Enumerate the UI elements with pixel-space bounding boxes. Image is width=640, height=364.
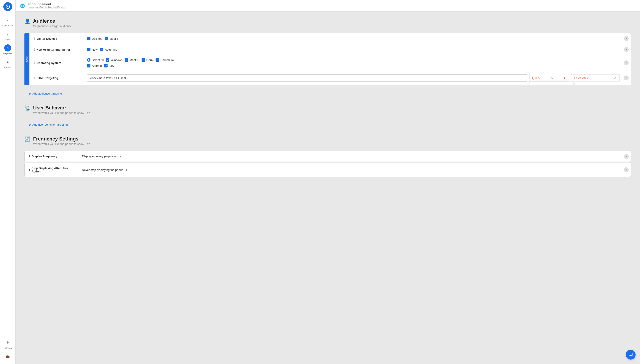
new-label: New (92, 48, 98, 51)
android-check-item[interactable]: Android (87, 64, 102, 68)
audience-rules-group: AND ℹ Visitor Devices Desktop (25, 33, 631, 85)
operating-system-close[interactable]: ✕ (624, 60, 629, 65)
stop-displaying-label-cell: ℹ Stop Displaying After User Action (25, 163, 78, 177)
add-user-behavior-label: Add user behavior targeting (32, 123, 68, 126)
dropdown-matches[interactable]: Matches (529, 84, 573, 85)
html-targeting-label: HTML Targeting (37, 76, 58, 80)
segment-icon: 3 (4, 44, 11, 52)
content-wrapper: 🌐 announcement poetic-muffin-cbc3ee.netl… (16, 0, 640, 364)
main-area: 👤 Audience Segment your target audience … (16, 12, 640, 364)
sidebar-item-settings[interactable]: ⚙ Settings (3, 337, 13, 351)
sidebar-label-segment: Segment (3, 52, 12, 55)
publish-icon: 4 (4, 58, 11, 66)
add-user-behavior-targeting[interactable]: ⊕ Add user behavior targeting (25, 120, 631, 130)
display-frequency-content: Display on every page view ▼ (78, 152, 624, 161)
macos-check-item[interactable]: MacOS (125, 58, 139, 62)
frequency-section-header: 🔄 Frequency Settings When would you like… (25, 136, 631, 146)
mobile-check-item[interactable]: Mobile (105, 37, 118, 40)
display-frequency-value: Display on every page view (82, 155, 117, 158)
stop-displaying-value: Never stop displaying the popup (82, 168, 123, 172)
windows-check-item[interactable]: Windows (106, 58, 122, 62)
and-label: AND (26, 56, 28, 62)
audience-title: Audience (33, 18, 72, 24)
frequency-header-text: Frequency Settings When would you like t… (33, 136, 90, 146)
select-all-item[interactable]: Select All (87, 58, 104, 62)
operating-system-label: Operating System (37, 61, 61, 64)
returning-checkbox[interactable] (100, 48, 103, 51)
query-label: Query (532, 76, 540, 80)
ios-check-item[interactable]: IOS (104, 64, 114, 68)
operating-system-content: Select All Windows MacOS (83, 55, 624, 70)
audience-icon: 👤 (25, 19, 31, 24)
html-targeting-input[interactable] (87, 74, 527, 82)
display-frequency-row: ℹ Display Frequency Display on every pag… (25, 151, 631, 162)
visitor-devices-content: Desktop Mobile (83, 34, 624, 44)
stop-displaying-label: Stop Displaying After User Action (32, 166, 74, 173)
linux-checkbox[interactable] (142, 58, 145, 62)
app-logo[interactable] (3, 2, 12, 11)
windows-checkbox[interactable] (106, 58, 109, 62)
new-returning-close[interactable]: ✕ (624, 47, 629, 52)
new-returning-info-icon[interactable]: ℹ (34, 48, 35, 51)
sidebar-item-briefcase[interactable]: 💼 (3, 351, 13, 362)
display-frequency-info-icon[interactable]: ℹ (29, 155, 30, 158)
android-label: Android (92, 64, 102, 68)
chromium-checkbox[interactable] (155, 58, 159, 62)
returning-check-item[interactable]: Returning (100, 48, 117, 51)
display-frequency-close[interactable]: ✕ (624, 154, 629, 159)
html-targeting-close[interactable]: ✕ (624, 76, 629, 80)
macos-checkbox[interactable] (125, 58, 128, 62)
new-check-item[interactable]: New (87, 48, 98, 51)
desktop-checkbox[interactable] (87, 37, 90, 40)
display-frequency-label-cell: ℹ Display Frequency (25, 151, 78, 162)
linux-check-item[interactable]: Linux (142, 58, 153, 62)
sidebar-item-publish[interactable]: 4 Publish (0, 56, 15, 70)
display-frequency-label: Display Frequency (32, 155, 57, 158)
chromium-label: Chromium (160, 58, 174, 62)
ios-checkbox[interactable] (104, 64, 108, 68)
new-returning-label-cell: ℹ New or Returning Visitor (30, 44, 83, 55)
stop-displaying-content: Never stop displaying the popup ▼ (78, 165, 624, 175)
topbar-info: announcement poetic-muffin-cbc3ee.netlif… (28, 2, 65, 9)
frequency-icon: 🔄 (25, 136, 31, 142)
new-checkbox[interactable] (87, 48, 90, 51)
add-audience-icon: ⊕ (29, 92, 31, 95)
chat-button[interactable] (626, 350, 635, 360)
stop-displaying-info-icon[interactable]: ℹ (29, 168, 30, 172)
linux-label: Linux (146, 58, 153, 62)
sidebar-item-customize[interactable]: ✓ Customize (0, 15, 15, 29)
user-behavior-icon: 📡 (25, 106, 31, 111)
mobile-checkbox[interactable] (105, 37, 108, 40)
display-frequency-select[interactable]: Display on every page view ▼ (82, 155, 122, 158)
query-chevron-icon: ▲ (563, 76, 566, 80)
desktop-check-item[interactable]: Desktop (87, 37, 102, 40)
query-dropdown-button[interactable]: Query ⚠ ▲ (529, 74, 569, 82)
add-audience-label: Add audience targeting (32, 92, 62, 95)
operating-system-info-icon[interactable]: ℹ (34, 61, 35, 64)
visitor-devices-close[interactable]: ✕ (624, 36, 629, 41)
topbar: 🌐 announcement poetic-muffin-cbc3ee.netl… (16, 0, 640, 12)
sidebar-label-publish: Publish (4, 66, 11, 69)
chromium-check-item[interactable]: Chromium (155, 58, 174, 62)
stop-displaying-close[interactable]: ✕ (624, 167, 629, 172)
add-audience-targeting[interactable]: ⊕ Add audience targeting (25, 89, 631, 98)
stop-displaying-select[interactable]: Never stop displaying the popup ▼ (82, 168, 128, 172)
app-title: announcement (28, 2, 65, 6)
new-returning-rule: ℹ New or Returning Visitor New (30, 44, 631, 55)
html-targeting-info-icon[interactable]: ℹ (34, 76, 35, 80)
and-bar[interactable]: AND (25, 33, 29, 85)
android-checkbox[interactable] (87, 64, 90, 68)
globe-icon: 🌐 (20, 3, 25, 8)
select-all-radio[interactable] (87, 58, 90, 62)
new-returning-label: New or Returning Visitor (37, 48, 70, 51)
audience-section-header: 👤 Audience Segment your target audience (25, 18, 631, 28)
sidebar-item-style[interactable]: ✓ Style (0, 29, 15, 42)
query-dropdown-menu: Matches Does Not Match Contains Less Tha… (529, 82, 574, 85)
sidebar-item-segment[interactable]: 3 Segment (0, 42, 15, 56)
mobile-label: Mobile (110, 37, 118, 40)
visitor-devices-info-icon[interactable]: ℹ (34, 37, 35, 40)
enter-value-button[interactable]: Enter Value ⚠ (571, 74, 620, 82)
visitor-devices-rule: ℹ Visitor Devices Desktop (30, 33, 631, 44)
sidebar-label-settings: Settings (4, 347, 12, 349)
visitor-devices-label: Visitor Devices (37, 37, 57, 40)
